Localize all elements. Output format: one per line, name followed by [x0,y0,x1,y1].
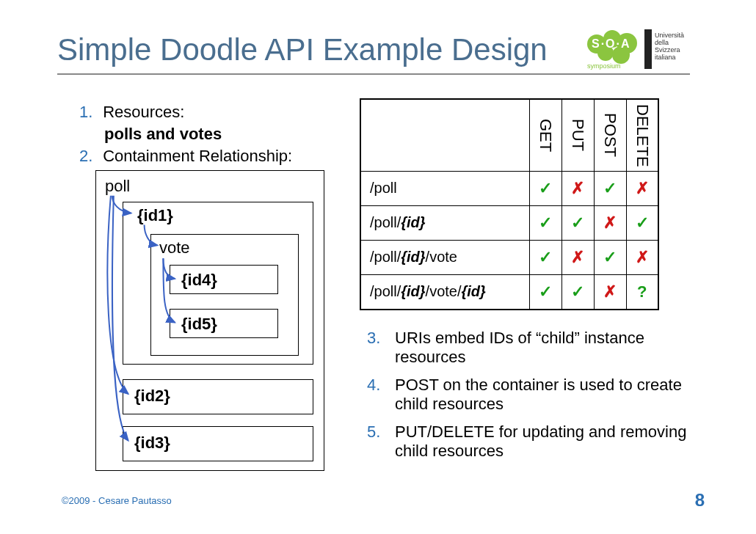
cell-cross: ✗ [594,205,626,240]
footer-copyright: ©2009 - Cesare Pautasso [62,495,172,506]
table-header: GET [529,99,561,171]
list-text: Resources: [103,103,184,121]
path-segment: /poll [370,180,397,196]
table-row: /poll/{id}/vote ✓ ✗ ✓ ✗ [360,240,658,274]
list-text: Containment Relationship: [103,147,292,165]
cell-cross: ✗ [561,171,594,205]
cell-check: ✓ [529,240,561,274]
list-text: PUT/DELETE for updating and removing chi… [395,423,700,461]
list-number: 5. [367,423,395,461]
hier-label-id4: {id4} [181,271,217,290]
hier-label-id3: {id3} [134,434,170,453]
slide-title: Simple Doodle API Example Design [57,32,548,67]
usi-logo: Università della Svizzera italiana [644,29,696,69]
list-number: 1. [79,103,98,122]
bottom-list: 3. URIs embed IDs of “child” instance re… [367,329,700,469]
table-corner [360,99,529,171]
hier-label-vote: vote [159,238,190,257]
path-segment: /poll/ [370,249,401,265]
list-number: 4. [367,376,395,414]
path-segment: /poll/ [370,283,401,299]
hier-label-poll: poll [105,177,130,196]
list-number: 2. [79,147,98,166]
containment-diagram: poll {id1} vote {id4} {id5} {id2} {id3} [95,170,324,471]
list-text-bold: polls and votes [104,125,222,143]
list-text: POST on the container is used to create … [395,376,700,414]
cell-check: ✓ [561,274,594,310]
cell-check: ✓ [561,205,594,240]
cell-check: ✓ [594,240,626,274]
cell-cross: ✗ [626,240,658,274]
list-number: 3. [367,329,395,367]
cell-cross: ✗ [594,274,626,310]
path-id: {id} [401,214,425,230]
table-header: POST [594,99,626,171]
path-id: {id} [401,249,425,265]
cell-question: ? [626,274,658,310]
table-row: /poll/{id} ✓ ✓ ✗ ✓ [360,205,658,240]
path-segment: /vote [426,249,457,265]
path-id: {id} [401,283,425,299]
table-row: /poll/{id}/vote/{id} ✓ ✓ ✗ ? [360,274,658,310]
page-number: 8 [695,490,705,511]
hier-label-id1: {id1} [137,206,173,225]
table-header: PUT [561,99,594,171]
path-id: {id} [462,283,486,299]
table-header: DELETE [626,99,658,171]
http-methods-table: GET PUT POST DELETE /poll ✓ ✗ ✓ ✗ /poll/… [360,98,659,310]
hier-label-id5: {id5} [181,315,217,334]
path-segment: /poll/ [370,214,401,230]
cell-check: ✓ [529,274,561,310]
cell-check: ✓ [626,205,658,240]
cell-cross: ✗ [561,240,594,274]
usi-word: italiana [655,54,684,62]
soa-logo-text: S·O·A [592,37,631,51]
list-text: URIs embed IDs of “child” instance resou… [395,329,700,367]
cell-check: ✓ [529,205,561,240]
soa-logo-sub: symposium [587,62,621,70]
slide: Simple Doodle API Example Design S·O·A s… [0,0,756,534]
cell-check: ✓ [594,171,626,205]
soa-logo: S·O·A symposium [587,30,640,68]
title-underline [57,73,690,75]
table-row: /poll ✓ ✗ ✓ ✗ [360,171,658,205]
logo-area: S·O·A symposium Università della Svizzer… [587,29,696,69]
top-list: 1. Resources: polls and votes 2. Contain… [79,103,292,169]
hier-label-id2: {id2} [134,387,170,406]
cell-cross: ✗ [626,171,658,205]
cell-check: ✓ [529,171,561,205]
path-segment: /vote/ [426,283,462,299]
